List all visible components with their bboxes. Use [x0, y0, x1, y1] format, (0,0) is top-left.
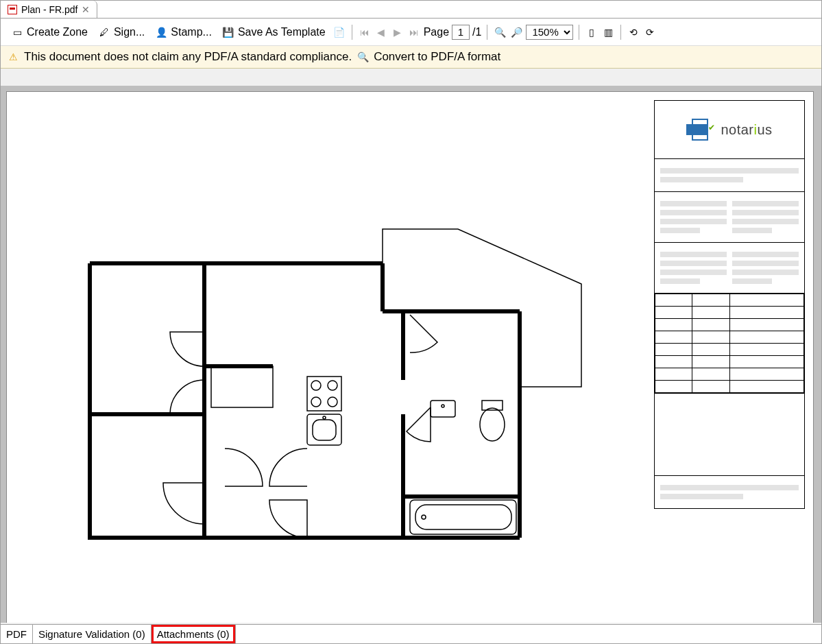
svg-rect-21 [431, 401, 455, 417]
svg-point-14 [311, 381, 321, 390]
zoom-out-icon: 🔍 [494, 27, 505, 38]
divider [620, 25, 621, 40]
title-block-info-2 [655, 242, 804, 293]
create-zone-button[interactable]: ▭ Create Zone [8, 25, 92, 40]
pdf-icon [8, 5, 17, 14]
svg-point-20 [323, 416, 326, 419]
page-number-input[interactable] [452, 25, 470, 40]
page-label: Page [424, 26, 449, 38]
title-block: ✔ notarius [654, 100, 805, 509]
notarius-logo-text: notarius [721, 122, 772, 138]
first-page-button[interactable]: ⏮ [358, 25, 372, 39]
stamp-icon: 👤 [156, 27, 167, 38]
rotate-left-icon: ⟲ [628, 27, 639, 38]
prev-icon: ◀ [376, 27, 387, 38]
svg-point-27 [422, 515, 426, 519]
file-tab-label: Plan - FR.pdf [21, 4, 77, 15]
title-block-revisions [655, 293, 804, 393]
bottom-panel-tabs: PDF Signature Validation (0) Attachments… [1, 624, 821, 643]
close-tab-icon[interactable]: ✕ [82, 4, 90, 15]
notarius-logo-icon: ✔ [686, 119, 714, 141]
floor-plan-drawing [88, 222, 595, 551]
title-block-header [655, 158, 804, 191]
fit-width-button[interactable]: ▥ [601, 25, 615, 39]
toolbar: ▭ Create Zone 🖊 Sign... 👤 Stamp... 💾 Sav… [1, 19, 821, 46]
svg-rect-28 [211, 366, 273, 407]
svg-rect-19 [313, 420, 336, 440]
svg-point-15 [328, 381, 337, 390]
svg-point-17 [328, 397, 337, 407]
next-page-button[interactable]: ▶ [391, 25, 404, 39]
fit-page-button[interactable]: ▯ [585, 25, 599, 39]
stamp-button[interactable]: 👤 Stamp... [152, 25, 216, 40]
last-page-button[interactable]: ⏭ [407, 25, 421, 39]
svg-rect-24 [482, 401, 503, 410]
file-tab[interactable]: Plan - FR.pdf ✕ [1, 1, 97, 18]
document-page: ✔ notarius [6, 91, 814, 623]
sign-button[interactable]: 🖊 Sign... [95, 25, 149, 40]
page-total: /1 [472, 26, 481, 38]
rotate-right-button[interactable]: ⟳ [643, 25, 657, 39]
divider [579, 25, 579, 40]
tab-signature-validation[interactable]: Signature Validation (0) [33, 625, 152, 643]
zoom-out-button[interactable]: 🔍 [493, 25, 507, 39]
save-template-button[interactable]: 💾 Save As Template [219, 25, 330, 40]
prev-page-button[interactable]: ◀ [374, 25, 388, 39]
rotate-left-button[interactable]: ⟲ [627, 25, 640, 39]
svg-rect-13 [307, 377, 341, 411]
last-icon: ⏭ [409, 27, 420, 38]
divider [352, 25, 352, 40]
zoom-select[interactable]: 150% [526, 25, 573, 40]
fit-page-icon: ▯ [586, 27, 597, 38]
svg-rect-26 [415, 505, 511, 529]
svg-point-23 [480, 408, 505, 441]
compliance-banner: ⚠ This document does not claim any PDF/A… [1, 46, 821, 69]
svg-point-16 [311, 397, 321, 407]
convert-pdfa-link[interactable]: Convert to PDF/A format [374, 50, 500, 64]
fit-width-icon: ▥ [603, 27, 614, 38]
blank-page-button[interactable]: 📄 [333, 25, 346, 39]
compliance-message: This document does not claim any PDF/A s… [24, 50, 352, 64]
tab-attachments[interactable]: Attachments (0) [152, 625, 236, 643]
zoom-in-icon: 🔎 [511, 27, 522, 38]
sign-icon: 🖊 [99, 27, 110, 38]
title-block-info-1 [655, 191, 804, 242]
tab-pdf[interactable]: PDF [1, 625, 33, 643]
save-icon: 💾 [223, 27, 234, 38]
warning-icon: ⚠ [8, 51, 19, 62]
zone-icon: ▭ [12, 27, 23, 38]
title-block-footer [655, 475, 804, 508]
divider [487, 25, 487, 40]
title-block-stamp-area [655, 393, 804, 475]
page-icon: 📄 [334, 27, 345, 38]
rotate-right-icon: ⟳ [644, 27, 655, 38]
next-icon: ▶ [392, 27, 403, 38]
svg-point-22 [442, 405, 444, 407]
document-tabs: Plan - FR.pdf ✕ [1, 1, 821, 19]
document-viewer[interactable]: ✔ notarius [1, 86, 821, 623]
title-block-logo: ✔ notarius [655, 101, 804, 158]
convert-icon: 🔍 [357, 51, 368, 62]
zoom-in-button[interactable]: 🔎 [509, 25, 523, 39]
first-icon: ⏮ [359, 27, 370, 38]
